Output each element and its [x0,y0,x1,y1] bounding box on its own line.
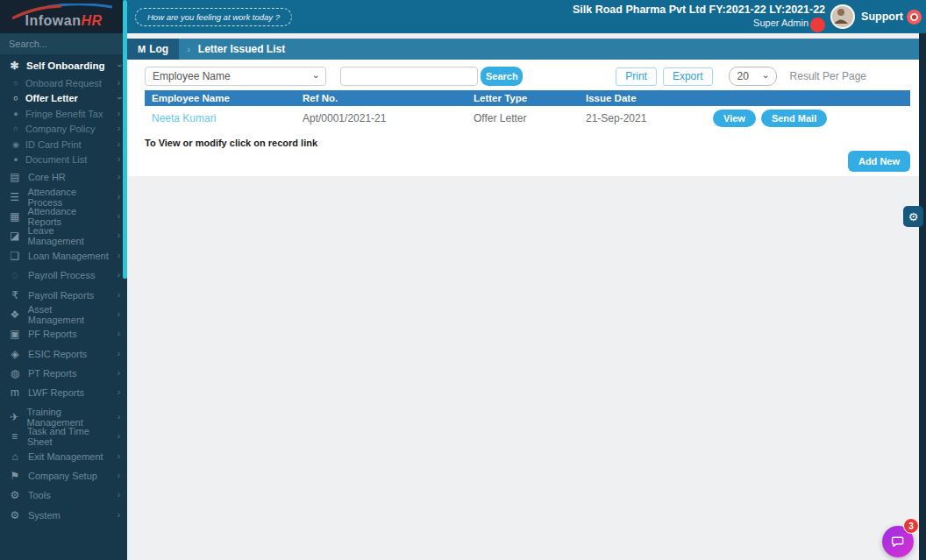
chevron-right-icon: › [118,511,120,520]
chevron-down-icon: › [114,97,123,100]
search-input[interactable] [340,67,478,86]
sidebar-item-label: Fringe Benefit Tax [25,109,103,119]
chat-bubble-icon [890,534,906,549]
circle-filled-icon: ● [11,155,20,164]
main-content: M Log › Letter Issued List Employee Name… [127,33,919,560]
page-title: Letter Issued List [198,43,285,55]
sidebar-item-system[interactable]: ⚙System› [0,506,127,525]
letters-table: Employee NameRef No.Letter TypeIssue Dat… [145,90,910,131]
field-select-value: Employee Name [153,70,231,82]
chevron-right-icon: › [118,291,120,300]
sidebar-group-self-onboarding[interactable]: ✻Self Onboarding› [0,56,127,75]
rupee-icon: ₹ [9,289,21,301]
paper-plane-icon: ✈ [9,411,20,423]
sidebar-item-document-list[interactable]: ●Document List› [0,152,127,168]
sidebar-item-tools[interactable]: ⚙Tools› [0,486,127,505]
sidebar-search-input[interactable] [0,33,127,54]
sidebar-item-label: Document List [25,154,87,165]
mood-prompt-button[interactable]: How are you feeling at work today ? [135,8,292,26]
settings-side-button[interactable]: ⚙ [903,206,923,227]
sidebar-item-loan-management[interactable]: ❑Loan Management› [0,246,127,266]
sidebar-item-offer-letter[interactable]: ○Offer Letter› [0,91,127,107]
sidebar-item-onboard-request[interactable]: ○Onboard Request› [0,75,127,91]
company-block: Silk Road Pharma Pvt Ltd FY:2021-22 LY:2… [573,4,825,29]
sidebar-item-esic-reports[interactable]: ◈ESIC Reports› [0,344,127,364]
sidebar-item-exit-management[interactable]: ⌂Exit Management› [0,446,127,465]
column-header-issue-date: Issue Date [586,93,713,103]
chevron-right-icon: › [118,369,120,378]
sidebar-item-payroll-reports[interactable]: ₹Payroll Reports› [0,285,127,304]
sidebar-item-core-hr[interactable]: ▤Core HR› [0,167,127,187]
sidebar-item-pf-reports[interactable]: ▣PF Reports› [0,324,127,344]
sidebar-item-asset-management[interactable]: ❖Asset Management› [0,305,127,324]
chevron-right-icon: › [118,124,120,133]
sidebar-item-label: PF Reports [28,329,77,339]
sidebar-item-label: Loan Management [28,251,109,261]
chevron-right-icon: › [118,471,120,480]
sidebar-item-label: ID Card Print [25,139,82,150]
avatar-person-icon [832,6,850,24]
topbar-right: Silk Road Pharma Pvt Ltd FY:2021-22 LY:2… [573,4,926,29]
employee-name-link[interactable]: Neeta Kumari [152,112,216,124]
chevron-right-icon: › [118,231,120,240]
page-scrollbar-track[interactable] [919,33,926,560]
add-new-button[interactable]: Add New [848,151,910,172]
sidebar-item-training-management[interactable]: ✈Training Management› [0,408,127,427]
list-tools: Print Export 20 › Result Per Page [616,67,866,86]
sidebar-item-label: Asset Management [28,304,110,325]
sidebar-menu: ✻Self Onboarding›○Onboard Request›○Offer… [0,54,127,525]
sidebar-item-id-card-print[interactable]: ◉ID Card Print› [0,137,127,152]
support-link[interactable]: Support [861,11,903,23]
user-avatar[interactable] [830,4,855,29]
sidebar-item-company-policy[interactable]: ○Company Policy› [0,122,127,138]
assets-icon: ❖ [9,308,21,321]
chevron-right-icon: › [118,252,120,260]
sidebar-item-task-and-time-sheet[interactable]: ≡Task and Time Sheet› [0,427,127,446]
notification-dot[interactable] [810,18,825,32]
filter-controls: Employee Name › Search Print Export 20 ›… [145,64,910,89]
sidebar-item-company-setup[interactable]: ⚑Company Setup› [0,466,127,486]
view-button[interactable]: View [713,110,756,127]
export-button[interactable]: Export [663,67,713,86]
send-mail-button[interactable]: Send Mail [761,110,827,127]
chevron-right-icon: › [118,330,120,338]
print-button[interactable]: Print [616,67,657,86]
chevron-right-icon: › [118,491,120,500]
sidebar-item-label: Offer Letter [25,93,78,103]
sidebar-item-fringe-benefit-tax[interactable]: ●Fringe Benefit Tax› [0,106,127,122]
sidebar-item-label: ESIC Reports [28,349,87,359]
table-body: Neeta KumariApt/0001/2021-21Offer Letter… [145,106,910,131]
app-logo[interactable]: InfowanHR [0,0,127,33]
search-button[interactable]: Search [481,67,523,86]
spinner-icon: ◌ [9,269,21,281]
ref-no-cell: Apt/0001/2021-21 [303,112,474,124]
sidebar-item-leave-management[interactable]: ◪Leave Management› [0,226,127,245]
chevron-down-icon: › [312,74,322,78]
log-icon: M [138,44,146,54]
sidebar-scrollbar[interactable] [123,0,127,279]
chevron-right-icon: › [118,271,120,280]
per-page-select[interactable]: 20 › [729,67,777,86]
sidebar-item-label: PT Reports [28,368,76,379]
chat-unread-badge: 3 [903,518,919,534]
letter-type-cell: Offer Letter [474,112,586,124]
chevron-right-icon: › [118,212,120,221]
sidebar-item-pt-reports[interactable]: ◍PT Reports› [0,364,127,383]
sidebar-item-payroll-process[interactable]: ◌Payroll Process› [0,266,127,285]
chevron-right-icon: › [118,432,120,441]
field-select[interactable]: Employee Name › [145,67,326,86]
gear-icon: ⚙ [9,489,21,501]
sidebar-item-label: Payroll Reports [28,290,94,301]
issue-date-cell: 21-Sep-2021 [586,112,713,124]
chevron-right-icon: › [118,350,120,358]
sidebar-item-attendance-process[interactable]: ☰Attendance Process› [0,187,127,206]
breadcrumb-log-tab[interactable]: M Log [127,39,179,60]
sidebar-item-lwf-reports[interactable]: mLWF Reports› [0,383,127,402]
column-header-letter-type: Letter Type [474,93,586,103]
sidebar-item-attendance-reports[interactable]: ▦Attendance Reports› [0,207,127,226]
logout-power-icon[interactable] [907,10,922,25]
breadcrumb-root-label: Log [149,43,168,55]
sidebar-item-label: Onboard Request [25,78,102,89]
wallet-icon: ❑ [9,250,21,262]
table-header-row: Employee NameRef No.Letter TypeIssue Dat… [145,90,910,106]
